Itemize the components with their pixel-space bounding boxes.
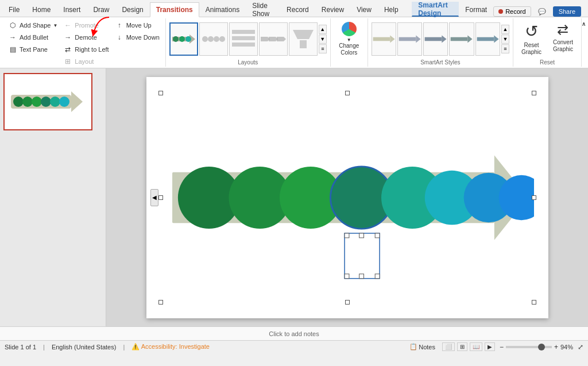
tab-view[interactable]: View bbox=[350, 2, 378, 17]
layouts-scroll-down[interactable]: ▼ bbox=[319, 34, 327, 44]
record-label: Record bbox=[505, 8, 525, 15]
notes-btn-label: Notes bbox=[419, 344, 435, 350]
notes-button[interactable]: 📋 Notes bbox=[409, 343, 435, 350]
tab-help[interactable]: Help bbox=[378, 2, 405, 17]
style-thumb-4[interactable] bbox=[449, 22, 474, 56]
zoom-thumb[interactable] bbox=[538, 344, 545, 350]
zoom-level: 94% bbox=[560, 344, 573, 350]
slide-thumbnail-1[interactable] bbox=[3, 73, 92, 130]
selection-handle-bl[interactable] bbox=[158, 300, 163, 305]
tab-animations[interactable]: Animations bbox=[199, 2, 246, 17]
selection-handle-tr[interactable] bbox=[532, 91, 536, 95]
svg-marker-25 bbox=[468, 35, 473, 43]
layout-thumb-2[interactable] bbox=[199, 22, 228, 56]
demote-button[interactable]: → Demote bbox=[61, 32, 111, 43]
svg-rect-17 bbox=[300, 40, 307, 48]
svg-marker-14 bbox=[269, 37, 278, 41]
text-pane-icon: ▤ bbox=[8, 45, 17, 54]
zoom-in-button[interactable]: + bbox=[554, 343, 558, 351]
normal-view-button[interactable]: ⬜ bbox=[442, 342, 455, 351]
tab-smartart-design[interactable]: SmartArt Design bbox=[412, 2, 459, 17]
right-to-left-icon: ⇄ bbox=[63, 45, 72, 54]
add-shape-dropdown[interactable]: ▼ bbox=[53, 23, 57, 28]
reset-graphic-button[interactable]: ↺ ResetGraphic bbox=[517, 20, 546, 58]
svg-marker-16 bbox=[293, 30, 314, 39]
svg-point-6 bbox=[202, 36, 208, 42]
layouts-scroll-more[interactable]: ≡ bbox=[319, 44, 327, 53]
svg-rect-11 bbox=[232, 36, 255, 40]
change-colors-button[interactable]: ▼ ChangeColors bbox=[335, 20, 363, 59]
add-bullet-button[interactable]: → Add Bullet bbox=[6, 32, 60, 43]
style-thumb-1[interactable] bbox=[372, 22, 396, 56]
layout-label: Layout bbox=[75, 58, 94, 65]
tab-record[interactable]: Record bbox=[280, 2, 315, 17]
share-button[interactable]: Share bbox=[553, 6, 581, 17]
selection-handle-tl[interactable] bbox=[158, 91, 163, 95]
right-to-left-button[interactable]: ⇄ Right to Left bbox=[61, 44, 111, 55]
styles-scroll-more[interactable]: ≡ bbox=[501, 44, 509, 53]
svg-point-5 bbox=[185, 36, 191, 42]
selection-handle-tc[interactable] bbox=[345, 91, 350, 95]
selection-handle-br[interactable] bbox=[532, 300, 536, 305]
layout-thumb-1[interactable] bbox=[169, 22, 198, 56]
status-bar: Slide 1 of 1 | English (United States) |… bbox=[0, 340, 588, 353]
slide-sorter-button[interactable]: ⊞ bbox=[457, 342, 467, 351]
reset-label: Reset bbox=[517, 58, 578, 66]
tab-insert[interactable]: Insert bbox=[57, 2, 87, 17]
layout-thumb-3[interactable] bbox=[229, 22, 258, 56]
tab-home[interactable]: Home bbox=[26, 2, 57, 17]
move-down-button[interactable]: ↓ Move Down bbox=[113, 32, 162, 43]
slide-thumbnail-container: 1 bbox=[3, 73, 102, 130]
layouts-scroll-up[interactable]: ▲ bbox=[319, 25, 327, 34]
svg-rect-47 bbox=[345, 233, 349, 237]
selection-handle-bc[interactable] bbox=[345, 300, 350, 305]
layout-button[interactable]: ⊞ Layout bbox=[61, 56, 111, 67]
layout-icon: ⊞ bbox=[63, 57, 72, 66]
notes-area[interactable]: Click to add notes bbox=[0, 326, 588, 340]
smartart-graphic bbox=[161, 93, 534, 302]
layout-thumb-5[interactable] bbox=[289, 22, 318, 56]
tab-design[interactable]: Design bbox=[115, 2, 149, 17]
tab-transitions[interactable]: Transitions bbox=[150, 2, 199, 17]
right-to-left-label: Right to Left bbox=[75, 46, 109, 53]
expand-left-button[interactable]: ◀ bbox=[150, 189, 158, 206]
styles-scroll-down[interactable]: ▼ bbox=[501, 34, 509, 44]
comment-button[interactable]: 💬 bbox=[535, 7, 550, 17]
accessibility-info[interactable]: ⚠️ Accessibility: Investigate bbox=[131, 343, 210, 350]
share-label: Share bbox=[559, 8, 575, 15]
tab-slideshow[interactable]: Slide Show bbox=[246, 2, 280, 17]
style-thumb-5[interactable] bbox=[475, 22, 500, 56]
selection-handle-mr[interactable] bbox=[532, 195, 536, 200]
fit-slide-button[interactable]: ⤢ bbox=[578, 343, 583, 351]
text-pane-button[interactable]: ▤ Text Pane bbox=[6, 44, 60, 55]
style-thumb-2[interactable] bbox=[397, 22, 422, 56]
ribbon-collapse-button[interactable]: ∧ bbox=[582, 18, 586, 67]
separator-1: | bbox=[43, 344, 45, 350]
reading-view-button[interactable]: 📖 bbox=[470, 342, 482, 351]
record-button[interactable]: Record bbox=[493, 6, 531, 17]
slide-canvas[interactable]: ◀ bbox=[146, 77, 548, 318]
svg-rect-18 bbox=[373, 37, 390, 41]
notes-icon: 📋 bbox=[409, 343, 417, 350]
zoom-out-button[interactable]: − bbox=[500, 343, 504, 351]
move-up-button[interactable]: ↑ Move Up bbox=[113, 20, 162, 31]
tab-file[interactable]: File bbox=[2, 2, 26, 17]
convert-graphic-button[interactable]: ⇄ ConvertGraphic bbox=[548, 20, 578, 55]
tab-format[interactable]: Format bbox=[459, 2, 493, 17]
zoom-slider[interactable] bbox=[506, 346, 552, 348]
tab-review[interactable]: Review bbox=[315, 2, 350, 17]
add-shape-button[interactable]: ⬡ Add Shape ▼ bbox=[6, 20, 60, 31]
svg-marker-19 bbox=[390, 35, 394, 43]
style-thumb-3[interactable] bbox=[423, 22, 448, 56]
tab-draw[interactable]: Draw bbox=[87, 2, 115, 17]
svg-point-33 bbox=[41, 97, 51, 107]
svg-point-32 bbox=[32, 97, 42, 107]
promote-button[interactable]: ← Promote bbox=[61, 20, 111, 31]
svg-point-3 bbox=[173, 36, 179, 42]
slideshow-button[interactable]: ▶ bbox=[485, 342, 495, 351]
layout-thumb-4[interactable] bbox=[259, 22, 288, 56]
selection-handle-ml[interactable] bbox=[158, 195, 163, 200]
zoom-control[interactable]: − + 94% bbox=[500, 343, 573, 351]
smartart-selection-box[interactable]: ◀ bbox=[161, 93, 534, 302]
styles-scroll-up[interactable]: ▲ bbox=[501, 25, 509, 34]
